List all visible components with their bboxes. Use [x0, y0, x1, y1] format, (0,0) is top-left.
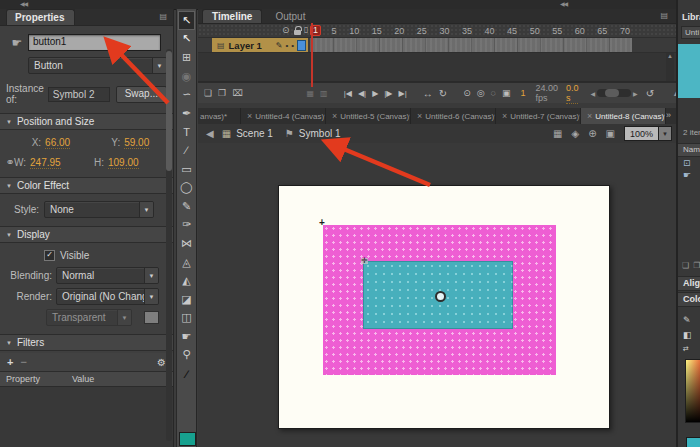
document-tab[interactable]: × anvas)* [198, 108, 241, 124]
onion-skin-outlines-button[interactable]: ◌ [491, 88, 496, 98]
lasso-tool[interactable]: ∽ [178, 85, 195, 104]
panel-menu-icon[interactable]: ▤ [660, 11, 668, 20]
stroke-color-button[interactable]: ✎ [683, 315, 700, 325]
subselection-tool[interactable]: ↖ [178, 30, 195, 49]
ruler-label[interactable]: 20 [392, 26, 406, 36]
ruler-label[interactable]: 70 [618, 26, 632, 36]
frame-rate[interactable]: 24.00 fps [535, 83, 558, 103]
section-color-effect[interactable]: ▼ Color Effect [0, 177, 173, 194]
oval-tool[interactable]: ◯ [178, 178, 195, 197]
ruler-label[interactable]: 40 [483, 26, 497, 36]
edit-multiple-frames-button[interactable]: ▣ [502, 88, 511, 98]
ruler-label[interactable]: 30 [437, 26, 451, 36]
document-tab[interactable]: × Untitled-8 (Canvas)* [581, 108, 666, 124]
blending-dropdown[interactable]: Normal ▼ [56, 267, 159, 284]
ruler-label[interactable]: 45 [505, 26, 519, 36]
render-dropdown[interactable]: Original (No Change) ▼ [56, 288, 159, 305]
current-fill-swatch[interactable] [686, 437, 700, 447]
eyedropper-tool[interactable]: ◭ [178, 271, 195, 290]
brush-tool[interactable]: ✑ [178, 216, 195, 235]
ruler-label[interactable]: 35 [460, 26, 474, 36]
color-picker-gradient[interactable] [685, 359, 700, 423]
timeline-tab[interactable]: Timeline [202, 9, 262, 23]
outline-layers-icon[interactable]: ▯ [304, 25, 308, 34]
layer-lock-dot[interactable]: • [291, 41, 294, 50]
properties-scrollbar[interactable] [166, 49, 172, 441]
free-transform-tool[interactable]: ⊞ [178, 48, 195, 67]
show-hide-layers-eye-icon[interactable]: ⊙ [282, 25, 290, 35]
library-item[interactable]: ☛ [678, 169, 700, 181]
ruler-label[interactable]: 55 [550, 26, 564, 36]
frame-view-icon-1[interactable]: ▦ [307, 89, 315, 98]
step-back-button[interactable]: ◀| [358, 89, 366, 98]
library-document-dropdown[interactable]: Unti [681, 26, 700, 39]
library-new-symbol-button[interactable]: ❏ [682, 261, 689, 270]
document-tab[interactable]: × Untitled-5 (Canvas)* [326, 108, 411, 124]
color-panel-header[interactable]: Color [678, 292, 700, 307]
document-tab[interactable]: × Untitled-7 (Canvas)* [496, 108, 581, 124]
library-panel-title[interactable]: Libra [678, 0, 700, 22]
reset-timeline-zoom-button[interactable]: ↺ [646, 88, 654, 99]
breadcrumb-scene[interactable]: Scene 1 [236, 128, 273, 139]
ruler-label[interactable]: 5 [330, 26, 339, 36]
tab-properties[interactable]: Properties [6, 9, 75, 25]
add-filter-button[interactable]: + [7, 356, 13, 368]
step-forward-button[interactable]: |▶ [384, 89, 392, 98]
transformation-point-icon[interactable] [435, 291, 446, 302]
collapse-panel-icon[interactable]: ◀◀ [20, 0, 27, 7]
document-tab[interactable]: × Untitled-6 (Canvas)* [411, 108, 496, 124]
panel-menu-icon[interactable]: ▤ [159, 12, 167, 21]
paint-bucket-tool[interactable]: ◬ [178, 253, 195, 272]
ruler-label[interactable]: 25 [415, 26, 429, 36]
hand-tool[interactable]: ☛ [178, 327, 195, 346]
breadcrumb-symbol[interactable]: Symbol 1 [299, 128, 341, 139]
layer-name[interactable]: Layer 1 [229, 40, 276, 51]
close-tab-icon[interactable]: × [417, 111, 422, 121]
edit-symbol-button[interactable]: ◈ [571, 128, 579, 139]
tab-overflow-icon[interactable]: » [666, 108, 676, 124]
canvas-pasteboard[interactable]: + ✛ [198, 143, 676, 447]
timeline-vertical-scrollbar[interactable]: ▲ [666, 53, 674, 81]
ruler-label[interactable]: 50 [528, 26, 542, 36]
fill-color-chip[interactable] [179, 432, 196, 446]
timeline-horizontal-scrollbar[interactable]: ◀▶ [588, 89, 639, 97]
library-item[interactable]: ⊡ [678, 157, 700, 169]
x-value[interactable]: 66.00 [45, 137, 70, 149]
ruler-label[interactable]: 15 [370, 26, 384, 36]
swap-button[interactable]: Swap... [116, 86, 167, 103]
filter-options-gear-icon[interactable]: ⚙ [157, 357, 166, 368]
ruler-label[interactable]: 60 [573, 26, 587, 36]
document-tab[interactable]: × Untitled-4 (Canvas)* [241, 108, 326, 124]
edit-scene-button[interactable]: ▦ [553, 128, 562, 139]
h-value[interactable]: 109.00 [108, 157, 139, 169]
close-tab-icon[interactable]: × [332, 111, 337, 121]
play-button[interactable]: ▶ [372, 89, 378, 98]
visible-checkbox[interactable]: ✓ [44, 250, 55, 261]
loop-button[interactable]: ↔ [423, 88, 433, 99]
go-to-first-frame-button[interactable]: |◀ [344, 89, 352, 98]
back-arrow-icon[interactable]: ◀ [206, 128, 214, 139]
timeline-empty-area[interactable]: ▲ [198, 53, 676, 82]
rotation-3d-tool[interactable]: ◉ [178, 67, 195, 86]
instance-name-input[interactable]: button1 [28, 34, 161, 51]
close-tab-icon[interactable]: × [247, 111, 252, 121]
width-tool[interactable]: ◫ [178, 309, 195, 328]
current-frame-number[interactable]: 1 [520, 88, 525, 98]
bone-tool[interactable]: ⋈ [178, 234, 195, 253]
new-folder-button[interactable]: ❐ [218, 88, 226, 98]
zoom-level-dropdown[interactable]: 100% ▼ [624, 126, 672, 141]
delete-layer-button[interactable]: ⌧ [232, 88, 242, 98]
center-frame-button[interactable]: ⊙ [463, 88, 471, 98]
selection-tool[interactable]: ↖ [178, 11, 195, 30]
layer-outline-color-chip[interactable] [297, 40, 306, 51]
swap-colors-icon[interactable]: ⇄ [683, 345, 700, 353]
close-tab-icon[interactable]: × [587, 111, 592, 121]
library-new-folder-button[interactable]: ❐ [693, 261, 700, 270]
w-value[interactable]: 247.95 [30, 157, 61, 169]
y-value[interactable]: 59.00 [124, 137, 149, 149]
center-stage-button[interactable]: ⊕ [588, 128, 596, 139]
onion-skin-button[interactable]: ◎ [477, 88, 485, 98]
ruler-label[interactable]: 10 [347, 26, 361, 36]
new-layer-button[interactable]: ❏ [204, 88, 212, 98]
section-display[interactable]: ▼ Display [0, 226, 173, 243]
